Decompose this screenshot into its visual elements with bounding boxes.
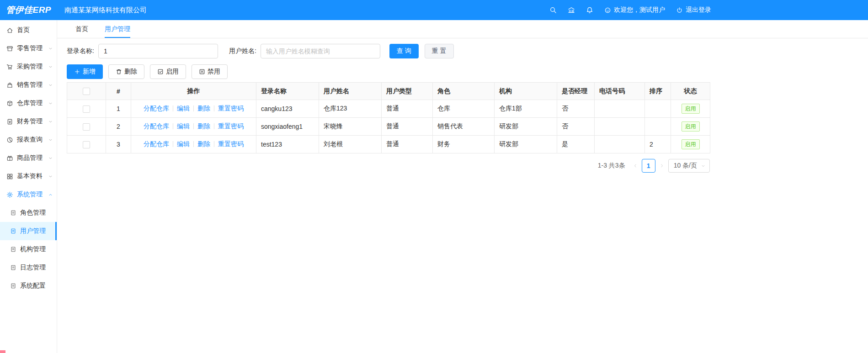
op-delete-link[interactable]: 删除 — [197, 122, 210, 130]
op-assign-warehouse-link[interactable]: 分配仓库 — [144, 105, 169, 112]
sidebar-subitem-config[interactable]: 系统配置 — [0, 277, 57, 295]
cell-phone — [595, 136, 645, 153]
sidebar-item-purchase[interactable]: 采购管理 — [0, 58, 57, 76]
cell-login-name: cangku123 — [256, 100, 319, 118]
tab-home[interactable]: 首页 — [75, 20, 88, 38]
sidebar-item-label: 系统管理 — [17, 190, 43, 199]
status-badge: 启用 — [682, 104, 700, 114]
sidebar-subitem-user[interactable]: 用户管理 — [0, 222, 57, 240]
row-checkbox[interactable] — [83, 141, 90, 148]
logout-button[interactable]: 退出登录 — [676, 6, 711, 14]
select-all-checkbox[interactable] — [83, 88, 90, 95]
divider — [173, 123, 173, 129]
sidebar-item-label: 基本资料 — [17, 172, 43, 180]
sidebar-subitem-label: 机构管理 — [20, 245, 46, 253]
current-page[interactable]: 1 — [642, 159, 655, 173]
search-button[interactable]: 查 询 — [389, 44, 419, 58]
sidebar-subitem-org[interactable]: 机构管理 — [0, 240, 57, 258]
row-checkbox[interactable] — [83, 123, 90, 131]
column-header: 排序 — [645, 83, 671, 100]
op-reset-password-link[interactable]: 重置密码 — [218, 105, 244, 112]
sidebar-item-basic[interactable]: 基本资料 — [0, 167, 57, 185]
op-delete-link[interactable]: 删除 — [197, 140, 210, 148]
smile-icon — [604, 7, 611, 14]
delete-button[interactable]: 删除 — [108, 64, 144, 79]
op-edit-link[interactable]: 编辑 — [177, 140, 190, 148]
cell-seq: 3 — [106, 136, 131, 153]
plus-icon — [74, 68, 80, 75]
op-assign-warehouse-link[interactable]: 分配仓库 — [144, 122, 169, 130]
disable-button[interactable]: 禁用 — [192, 64, 228, 79]
column-header: 角色 — [433, 83, 495, 100]
cell-user-type: 普通 — [382, 100, 433, 118]
tab-user-management[interactable]: 用户管理 — [105, 20, 130, 38]
chevron-down-icon — [48, 174, 53, 179]
prev-page-button[interactable] — [633, 163, 638, 169]
sidebar-item-retail[interactable]: 零售管理 — [0, 39, 57, 58]
delete-button-label: 删除 — [124, 68, 137, 76]
cell-status: 启用 — [671, 136, 710, 153]
next-page-button[interactable] — [659, 163, 665, 169]
enable-button[interactable]: 启用 — [150, 64, 186, 79]
bank-icon[interactable] — [568, 6, 575, 14]
divider — [214, 141, 214, 147]
doc-icon — [10, 228, 16, 234]
sidebar-item-goods[interactable]: 商品管理 — [0, 149, 57, 167]
cell-user-name: 仓库123 — [319, 100, 382, 118]
cell-user-type: 普通 — [382, 118, 433, 136]
op-assign-warehouse-link[interactable]: 分配仓库 — [144, 140, 169, 148]
chevron-down-icon — [48, 83, 53, 88]
cell-org: 研发部 — [495, 118, 557, 136]
sidebar-subitem-log[interactable]: 日志管理 — [0, 258, 57, 277]
sidebar-item-label: 销售管理 — [17, 81, 43, 89]
sidebar-item-label: 采购管理 — [17, 63, 43, 71]
sidebar-item-finance[interactable]: 财务管理 — [0, 112, 57, 131]
add-button[interactable]: 新增 — [67, 64, 103, 79]
cell-org: 仓库1部 — [495, 100, 557, 118]
cell-status: 启用 — [671, 100, 710, 118]
page-size-select[interactable]: 10 条/页 — [668, 159, 710, 173]
pagination: 1-3 共3条 1 10 条/页 — [67, 159, 710, 173]
chevron-down-icon — [48, 137, 53, 142]
cell-is-manager: 否 — [557, 100, 595, 118]
check-square-icon — [157, 68, 164, 75]
op-edit-link[interactable]: 编辑 — [177, 122, 190, 130]
sidebar-item-sales[interactable]: 销售管理 — [0, 76, 57, 94]
reset-button[interactable]: 重 置 — [425, 44, 454, 58]
row-checkbox[interactable] — [83, 105, 90, 113]
warehouse-icon — [6, 100, 13, 107]
chevron-down-icon — [48, 101, 53, 106]
user-name-input[interactable] — [261, 44, 380, 58]
cell-operations: 分配仓库编辑删除重置密码 — [131, 100, 256, 118]
sidebar-item-label: 商品管理 — [17, 154, 43, 162]
cell-sort — [645, 100, 671, 118]
sidebar-item-label: 零售管理 — [17, 44, 43, 53]
bell-icon[interactable] — [586, 6, 593, 14]
op-delete-link[interactable]: 删除 — [197, 105, 210, 112]
divider — [214, 105, 214, 111]
sidebar-item-warehouse[interactable]: 仓库管理 — [0, 94, 57, 112]
finance-icon — [6, 118, 13, 125]
cell-role: 仓库 — [433, 100, 495, 118]
op-edit-link[interactable]: 编辑 — [177, 105, 190, 112]
sidebar-item-report[interactable]: 报表查询 — [0, 131, 57, 149]
goods-icon — [6, 155, 13, 162]
sidebar-item-system[interactable]: 系统管理 — [0, 185, 57, 204]
op-reset-password-link[interactable]: 重置密码 — [218, 140, 244, 148]
cell-phone — [595, 100, 645, 118]
divider — [193, 141, 194, 147]
search-icon[interactable] — [549, 6, 557, 14]
user-menu[interactable]: 欢迎您，测试用户 — [604, 6, 665, 14]
chevron-down-icon — [48, 64, 53, 69]
login-name-input[interactable] — [98, 44, 218, 58]
cell-seq: 1 — [106, 100, 131, 118]
sidebar-item-home[interactable]: 首页 — [0, 21, 57, 39]
cell-phone — [595, 118, 645, 136]
op-reset-password-link[interactable]: 重置密码 — [218, 122, 244, 130]
disable-button-label: 禁用 — [208, 68, 220, 76]
column-header: 操作 — [131, 83, 256, 100]
enable-button-label: 启用 — [166, 68, 179, 76]
table-row: 3分配仓库编辑删除重置密码test123刘老根普通财务研发部是2启用 — [67, 136, 710, 153]
user-name-label: 用户姓名: — [229, 47, 256, 55]
sidebar-subitem-role[interactable]: 角色管理 — [0, 204, 57, 222]
